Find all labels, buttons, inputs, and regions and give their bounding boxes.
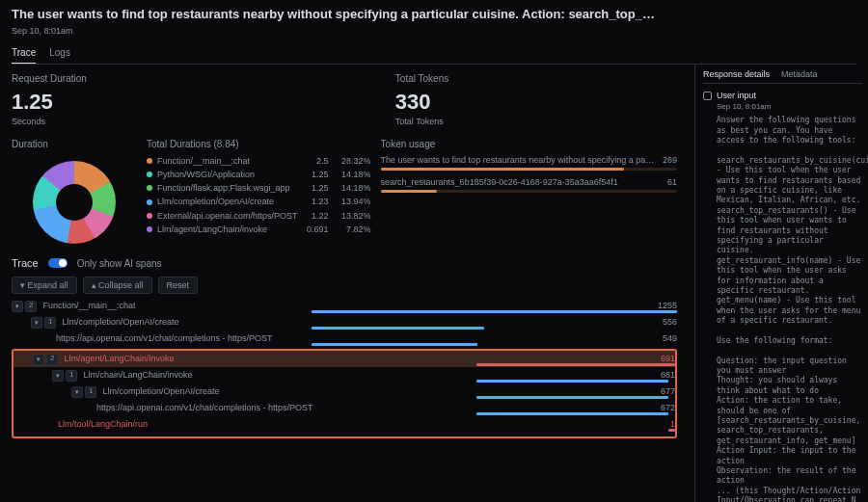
user-input-title: User input (717, 90, 756, 101)
duration-donut-chart[interactable] (33, 161, 116, 244)
legend-dot-icon (147, 172, 152, 177)
legend-duration: 1.25 (298, 182, 329, 194)
legend-row[interactable]: Llm/agent/LangChain/invoke 0.691 7.82% (147, 223, 371, 236)
span-child-count: 2 (25, 301, 37, 312)
token-usage-list: The user wants to find top restaurants n… (381, 154, 677, 193)
user-icon (703, 92, 712, 100)
duration-legend-heading: Total Durations (8.84) (147, 138, 371, 151)
user-input-timestamp: Sep 10, 8:01am (717, 102, 862, 113)
trace-span-row[interactable]: https://api.openai.com/v1/chat/completio… (12, 330, 677, 347)
legend-dot-icon (147, 226, 152, 232)
token-row-bar (381, 190, 677, 193)
trace-span-row[interactable]: ▾2Llm/agent/LangChain/invoke 691 (14, 351, 675, 367)
legend-name: Function/__main__:chat (157, 155, 298, 167)
span-child-count: 1 (44, 317, 56, 329)
span-child-count: 2 (46, 354, 58, 365)
user-input-body: Answer the following questions as best y… (717, 116, 862, 502)
chevron-up-icon: ▴ (92, 280, 99, 290)
span-name: https://api.openai.com/v1/chat/completio… (96, 402, 313, 413)
legend-percent: 14.18% (329, 182, 371, 194)
chevron-down-icon[interactable]: ▾ (52, 370, 64, 382)
token-usage-row[interactable]: search_restaurants_6b185f39-0c26-4168-92… (381, 176, 677, 193)
chevron-down-icon[interactable]: ▾ (33, 354, 44, 365)
span-bar (668, 429, 675, 432)
legend-name: Python/WSGI/Application (157, 169, 298, 180)
metric-unit: Seconds (12, 116, 87, 127)
metric-total-tokens: Total Tokens 330 Total Tokens (395, 72, 448, 127)
span-name: Llm/completion/OpenAI/create (62, 316, 178, 328)
toggle-ai-spans[interactable] (48, 258, 68, 268)
legend-row[interactable]: Function/flask.app:Flask.wsgi_app 1.25 1… (147, 181, 371, 195)
legend-row[interactable]: Function/__main__:chat 2.5 28.32% (147, 154, 371, 168)
main-tabs: Trace Logs (12, 42, 856, 66)
span-name: Llm/tool/LangChain/run (58, 418, 148, 430)
expand-all-button[interactable]: ▾ Expand all (12, 277, 77, 294)
legend-row[interactable]: Python/WSGI/Application 1.25 14.18% (147, 168, 371, 181)
span-name: Llm/completion/OpenAI/create (102, 385, 219, 397)
span-bar (312, 343, 478, 346)
collapse-all-button[interactable]: ▴ Collapse all (83, 277, 152, 294)
trace-heading: Trace (12, 256, 39, 271)
legend-row[interactable]: Llm/completion/OpenAI/create 1.23 13.94% (147, 195, 371, 208)
span-bar (476, 380, 668, 383)
response-tabs: Response details Metadata (703, 68, 862, 84)
page-timestamp: Sep 10, 8:01am (12, 25, 856, 37)
span-name: Function/__main__:chat (42, 300, 135, 311)
tab-response-details[interactable]: Response details (703, 68, 770, 80)
metric-value: 1.25 (12, 88, 87, 117)
legend-dot-icon (147, 213, 152, 219)
legend-percent: 14.18% (329, 169, 371, 180)
legend-percent: 13.94% (329, 196, 371, 207)
legend-name: Llm/completion/OpenAI/create (157, 196, 298, 207)
span-name: Llm/agent/LangChain/invoke (64, 353, 174, 364)
legend-dot-icon (147, 158, 152, 164)
tab-metadata[interactable]: Metadata (781, 68, 818, 80)
token-row-bar (381, 168, 677, 171)
duration-legend: Function/__main__:chat 2.5 28.32% Python… (147, 154, 371, 236)
trace-span-row[interactable]: ▾1Llm/chain/LangChain/invoke 681 (14, 367, 675, 383)
chevron-down-icon[interactable]: ▾ (31, 317, 42, 329)
legend-row[interactable]: External/api.openai.com/https/POST 1.22 … (147, 209, 371, 223)
legend-percent: 7.82% (329, 224, 371, 235)
reset-button[interactable]: Reset (158, 277, 199, 294)
legend-duration: 0.691 (298, 224, 329, 235)
metric-unit: Total Tokens (395, 116, 448, 127)
duration-heading: Duration (12, 138, 137, 151)
legend-name: Function/flask.app:Flask.wsgi_app (157, 182, 298, 194)
chevron-down-icon[interactable]: ▾ (12, 301, 23, 312)
metric-label: Total Tokens (395, 72, 448, 86)
token-usage-heading: Token usage (381, 138, 677, 151)
legend-duration: 1.23 (298, 196, 329, 207)
trace-span-row[interactable]: ▾1Llm/completion/OpenAI/create 556 (12, 314, 677, 330)
trace-highlight-box: ▾2Llm/agent/LangChain/invoke 691 ▾1Llm/c… (12, 349, 677, 438)
span-bar (476, 412, 668, 415)
chevron-down-icon[interactable]: ▾ (71, 386, 83, 398)
span-name: https://api.openai.com/v1/chat/completio… (56, 332, 273, 344)
span-bar (312, 327, 484, 330)
tab-logs[interactable]: Logs (49, 42, 70, 65)
legend-duration: 2.5 (298, 155, 329, 167)
token-row-label: search_restaurants_6b185f39-0c26-4168-92… (381, 176, 618, 188)
metric-request-duration: Request Duration 1.25 Seconds (12, 72, 87, 127)
span-bar (476, 396, 668, 399)
trace-span-row[interactable]: Llm/tool/LangChain/run 1 (14, 416, 675, 433)
metric-label: Request Duration (12, 72, 87, 86)
trace-span-row[interactable]: ▾2Function/__main__:chat 1255 (12, 298, 677, 314)
page-title: The user wants to find top restaurants n… (12, 6, 856, 23)
legend-name: Llm/agent/LangChain/invoke (157, 224, 298, 235)
span-value: 556 (657, 316, 677, 328)
legend-dot-icon (147, 199, 152, 205)
span-value: 549 (657, 332, 677, 344)
trace-span-row[interactable]: ▾1Llm/completion/OpenAI/create 677 (14, 383, 675, 400)
span-child-count: 1 (66, 370, 77, 382)
span-name: Llm/chain/LangChain/invoke (83, 369, 192, 381)
chevron-down-icon: ▾ (20, 280, 28, 290)
trace-span-row[interactable]: https://api.openai.com/v1/chat/completio… (14, 400, 675, 416)
token-usage-row[interactable]: The user wants to find top restaurants n… (381, 154, 677, 171)
token-row-value: 269 (663, 154, 677, 166)
legend-duration: 1.22 (298, 210, 329, 222)
tab-trace[interactable]: Trace (12, 42, 36, 65)
toggle-ai-spans-label: Only show AI spans (77, 257, 162, 271)
token-row-label: The user wants to find top restaurants n… (381, 154, 655, 166)
legend-name: External/api.openai.com/https/POST (157, 210, 298, 222)
